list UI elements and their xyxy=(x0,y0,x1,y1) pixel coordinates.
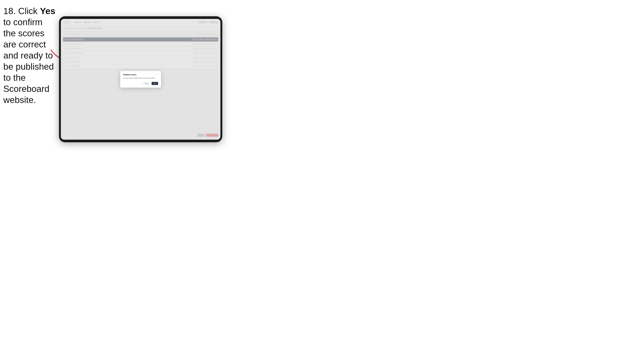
publish-scores-dialog: Publish scores × Are you ready to publis… xyxy=(120,71,161,88)
tablet-screen: Publish scores × Are you ready to publis… xyxy=(61,19,220,140)
dialog-yes-button[interactable]: Yes xyxy=(152,82,158,85)
instruction-intro: Click xyxy=(16,6,40,16)
dialog-cancel-button[interactable]: Cancel xyxy=(142,82,150,85)
dialog-footer: Cancel Yes xyxy=(123,82,158,85)
dialog-message: Are you ready to publish these scores to… xyxy=(123,77,158,79)
emphasis-word: Yes xyxy=(40,6,55,16)
instruction-text: 18. Click Yes to confirm the scores are … xyxy=(3,5,57,106)
dialog-close-button[interactable]: × xyxy=(156,74,158,76)
dialog-header: Publish scores × xyxy=(123,74,158,76)
dialog-title: Publish scores xyxy=(123,74,136,76)
modal-overlay: Publish scores × Are you ready to publis… xyxy=(61,19,220,140)
tablet-device: Publish scores × Are you ready to publis… xyxy=(59,16,222,142)
instruction-rest: to confirm the scores are correct and re… xyxy=(3,17,54,105)
step-number: 18. xyxy=(3,6,16,16)
